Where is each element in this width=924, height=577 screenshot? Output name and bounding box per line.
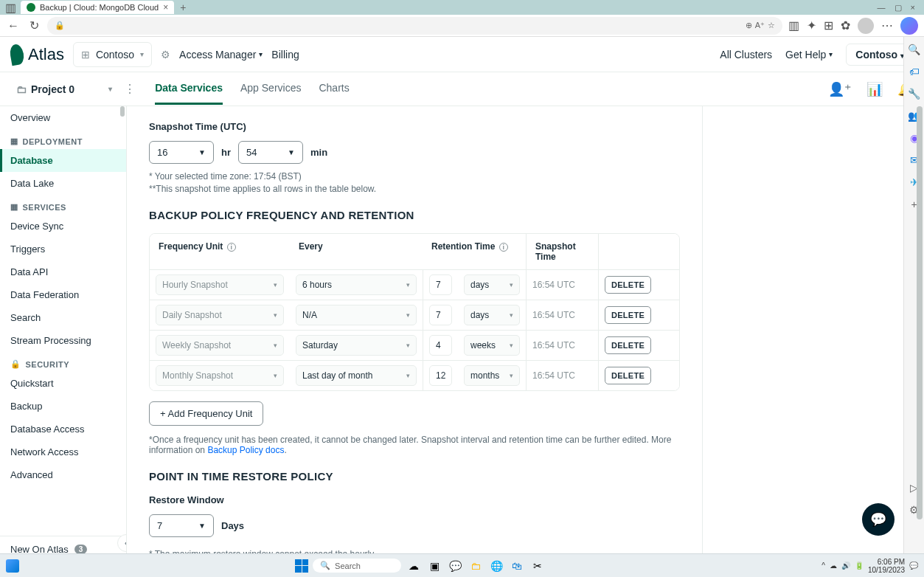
start-icon[interactable]: [295, 559, 308, 573]
snapshot-minute-select[interactable]: 54▼: [238, 141, 303, 164]
every-select[interactable]: N/A▾: [296, 305, 417, 325]
sidebar-item-triggers[interactable]: Triggers: [0, 238, 126, 260]
project-selector[interactable]: 🗀 Project 0 ▾: [10, 80, 118, 98]
tab-data-services[interactable]: Data Services: [155, 73, 223, 105]
onedrive-icon[interactable]: ☁: [830, 562, 837, 570]
back-icon[interactable]: ←: [6, 18, 21, 33]
battery-icon[interactable]: 🔋: [855, 562, 864, 570]
read-aloud-icon[interactable]: A⁺: [755, 21, 765, 30]
retention-unit-select[interactable]: months▾: [464, 365, 520, 386]
info-icon[interactable]: i: [227, 243, 236, 252]
shopping-icon[interactable]: 🏷: [908, 65, 921, 78]
widgets-icon[interactable]: [6, 559, 19, 573]
billing-link[interactable]: Billing: [271, 49, 299, 61]
sidebar-item-database-access[interactable]: Database Access: [0, 418, 126, 440]
frequency-unit-select[interactable]: Daily Snapshot▾: [156, 305, 284, 325]
tab-app-services[interactable]: App Services: [240, 73, 301, 105]
frequency-unit-select[interactable]: Monthly Snapshot▾: [156, 365, 284, 386]
taskbar-search[interactable]: 🔍Search: [313, 559, 401, 573]
retention-unit-select[interactable]: weeks▾: [464, 335, 520, 356]
every-select[interactable]: Saturday▾: [296, 335, 417, 356]
delete-button[interactable]: DELETE: [605, 367, 651, 384]
sidebar-item-stream-processing[interactable]: Stream Processing: [0, 329, 126, 352]
frequency-unit-select[interactable]: Weekly Snapshot▾: [156, 335, 284, 356]
retention-unit-select[interactable]: days▾: [464, 274, 520, 295]
tab-charts[interactable]: Charts: [319, 73, 349, 105]
content-vertical-scrollbar[interactable]: [915, 106, 924, 550]
delete-button[interactable]: DELETE: [605, 336, 651, 354]
refresh-icon[interactable]: ↻: [27, 18, 41, 33]
project-menu-icon[interactable]: ⋮: [124, 82, 136, 96]
gear-icon[interactable]: ⚙: [161, 49, 170, 61]
every-select[interactable]: Last day of month▾: [296, 365, 417, 386]
extensions-icon[interactable]: ✿: [841, 18, 850, 32]
sidebar-item-quickstart[interactable]: Quickstart: [0, 372, 126, 395]
add-frequency-unit-button[interactable]: + Add Frequency Unit: [149, 401, 263, 426]
retention-value-input[interactable]: 12: [429, 365, 452, 386]
atlas-logo[interactable]: Atlas: [10, 44, 64, 65]
sidebar-item-search[interactable]: Search: [0, 306, 126, 329]
every-select[interactable]: 6 hours▾: [296, 274, 417, 295]
info-icon[interactable]: i: [499, 243, 508, 252]
split-screen-icon[interactable]: ▥: [788, 18, 799, 32]
chat-fab[interactable]: 💬: [862, 503, 895, 536]
access-manager-link[interactable]: Access Manager ▾: [179, 49, 263, 61]
tools-icon[interactable]: 🔧: [908, 87, 921, 100]
browser-tab[interactable]: Backup | Cloud: MongoDB Cloud ×: [21, 1, 174, 14]
activity-icon[interactable]: 📊: [866, 81, 883, 97]
close-window-icon[interactable]: ×: [911, 3, 915, 13]
profile-avatar[interactable]: [858, 18, 874, 34]
tray-chevron-icon[interactable]: ^: [821, 562, 825, 570]
get-help-link[interactable]: Get Help ▾: [785, 49, 833, 61]
retention-value-input[interactable]: 7: [429, 305, 452, 325]
sidebar-item-backup[interactable]: Backup: [0, 395, 126, 418]
sidebar-item-database[interactable]: Database: [0, 149, 126, 172]
task-view-icon[interactable]: ▣: [426, 558, 442, 574]
sidebar-item-advanced[interactable]: Advanced: [0, 463, 126, 486]
tab-actions-icon[interactable]: ▥: [3, 0, 18, 15]
org-selector[interactable]: ⊞ Contoso ▾: [73, 42, 152, 67]
more-icon[interactable]: ⋯: [881, 18, 893, 32]
volume-icon[interactable]: 🔊: [841, 562, 850, 570]
timezone-note: * Your selected time zone: 17:54 (BST): [149, 171, 680, 182]
new-tab-button[interactable]: +: [180, 1, 186, 13]
sidebar-item-overview[interactable]: Overview: [0, 106, 126, 129]
brand-text: Atlas: [28, 45, 64, 64]
sidebar-item-data-federation[interactable]: Data Federation: [0, 283, 126, 306]
retention-value-input[interactable]: 7: [429, 274, 452, 295]
address-bar[interactable]: 🔒 ⊕ A⁺ ☆: [47, 17, 782, 35]
retention-unit-select[interactable]: days▾: [464, 305, 520, 325]
restore-window-label: Restore Window: [149, 494, 680, 505]
snapshot-hour-select[interactable]: 16▼: [149, 141, 214, 164]
edge-icon[interactable]: 🌐: [488, 558, 504, 574]
copilot-icon[interactable]: [900, 17, 918, 35]
sidebar-item-data-lake[interactable]: Data Lake: [0, 172, 126, 195]
maximize-icon[interactable]: ▢: [895, 3, 902, 13]
snip-icon[interactable]: ✂: [529, 558, 546, 574]
delete-button[interactable]: DELETE: [605, 306, 651, 324]
retention-value-input[interactable]: 4: [429, 335, 452, 356]
store-icon[interactable]: 🛍: [509, 558, 525, 574]
delete-button[interactable]: DELETE: [605, 276, 651, 294]
sidebar-item-network-access[interactable]: Network Access: [0, 440, 126, 463]
sidebar-scrollbar[interactable]: [119, 106, 126, 562]
teams-icon[interactable]: 💬: [447, 558, 463, 574]
favorites-icon[interactable]: ✦: [807, 18, 816, 32]
cloud-icon[interactable]: ☁: [406, 558, 422, 574]
collections-icon[interactable]: ⊞: [824, 18, 833, 32]
search-icon[interactable]: 🔍: [908, 43, 921, 56]
notifications-icon[interactable]: 💬: [909, 562, 918, 570]
minimize-icon[interactable]: —: [878, 3, 886, 13]
sidebar-item-data-api[interactable]: Data API: [0, 260, 126, 283]
all-clusters-link[interactable]: All Clusters: [720, 49, 772, 61]
system-clock[interactable]: 6:06 PM 10/19/2023: [868, 558, 905, 574]
restore-window-select[interactable]: 7▼: [149, 514, 214, 537]
close-tab-icon[interactable]: ×: [163, 2, 168, 13]
invite-icon[interactable]: 👤⁺: [828, 81, 852, 97]
explorer-icon[interactable]: 🗀: [468, 558, 484, 574]
zoom-icon[interactable]: ⊕: [746, 21, 752, 30]
sidebar-item-device-sync[interactable]: Device Sync: [0, 215, 126, 238]
frequency-unit-select[interactable]: Hourly Snapshot▾: [156, 274, 284, 295]
backup-policy-docs-link[interactable]: Backup Policy docs: [207, 445, 284, 455]
favorite-icon[interactable]: ☆: [768, 21, 775, 30]
